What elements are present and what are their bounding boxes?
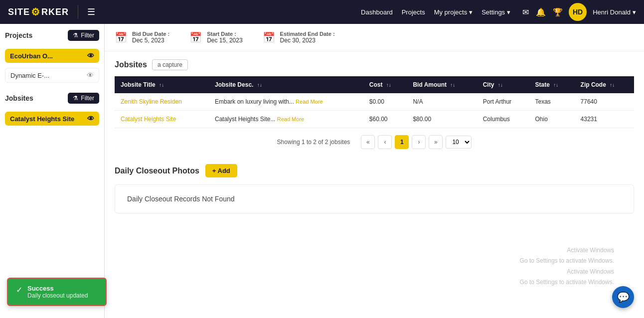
next-page-button[interactable]: › <box>412 135 426 149</box>
calendar-icon: 📅 <box>115 31 127 43</box>
col-header-bid[interactable]: Bid Amount ↑↓ <box>407 76 477 93</box>
city-catalyst: Columbus <box>477 111 529 128</box>
start-date-value: Dec 15, 2023 <box>207 37 242 44</box>
project-name-dynamic: Dynamic E-... <box>10 72 49 79</box>
daily-closeout-empty-card: Daily Closeout Records Not Found <box>115 184 634 213</box>
projects-filter-button[interactable]: ⚗ Filter <box>68 30 99 41</box>
eye-icon[interactable]: 👁 <box>87 115 94 123</box>
jobsite-title-link-zenith[interactable]: Zenith Skyline Residen <box>121 98 182 105</box>
col-header-zip[interactable]: Zip Code ↑↓ <box>575 76 634 93</box>
mail-icon[interactable]: ✉ <box>522 7 529 17</box>
sort-icon: ↑↓ <box>553 82 558 88</box>
dates-bar: 📅 Bid Due Date : Dec 5, 2023 📅 Start Dat… <box>105 24 644 51</box>
trophy-icon[interactable]: 🏆 <box>553 7 563 17</box>
bid-due-label: Bid Due Date : <box>132 31 169 37</box>
last-page-button[interactable]: » <box>429 135 443 149</box>
top-navbar: SITE⚙RKER ☰ Dashboard Projects My projec… <box>0 0 644 24</box>
col-header-title[interactable]: Jobsite Title ↑↓ <box>115 76 209 93</box>
eye-icon[interactable]: 👁 <box>87 71 94 79</box>
add-closeout-button[interactable]: + Add <box>205 164 237 177</box>
end-date-item: 📅 Estimated End Date : Dec 30, 2023 <box>263 31 335 44</box>
table-row: Zenith Skyline Residen Embark on luxury … <box>115 93 634 111</box>
sort-icon: ↑↓ <box>257 82 262 88</box>
sidebar-item-dynamic[interactable]: Dynamic E-... 👁 <box>5 68 99 83</box>
jobsites-section-header: Jobsites ⚗ Filter <box>5 93 99 104</box>
jobsites-section: Jobsites a capture Jobsite Title ↑↓ Jobs… <box>105 51 644 164</box>
sort-icon: ↑↓ <box>159 82 164 88</box>
username-label[interactable]: Henri Donald ▾ <box>593 8 636 16</box>
eye-icon[interactable]: 👁 <box>87 52 94 60</box>
jobsites-filter-button[interactable]: ⚗ Filter <box>68 93 99 104</box>
toast-message: Daily closeout updated <box>27 292 88 299</box>
daily-closeout-empty-text: Daily Closeout Records Not Found <box>127 195 235 203</box>
bid-catalyst: $80.00 <box>407 111 477 128</box>
calendar-icon: 📅 <box>263 31 275 43</box>
toast-title: Success <box>27 285 88 292</box>
cost-catalyst: $60.00 <box>363 111 407 128</box>
prev-page-button[interactable]: ‹ <box>378 135 392 149</box>
jobsite-desc-catalyst: Catalyst Heights Site... <box>215 116 275 123</box>
chat-bubble-button[interactable]: 💬 <box>612 286 634 308</box>
start-date-item: 📅 Start Date : Dec 15, 2023 <box>189 31 242 44</box>
projects-section-title: Projects <box>5 31 32 39</box>
projects-section-header: Projects ⚗ Filter <box>5 30 99 41</box>
first-page-button[interactable]: « <box>361 135 375 149</box>
sidebar-item-catalyst-heights[interactable]: Catalyst Heights Site 👁 <box>5 112 99 126</box>
table-row: Catalyst Heights Site Catalyst Heights S… <box>115 111 634 128</box>
col-header-city[interactable]: City ↑↓ <box>477 76 529 93</box>
jobsite-name-catalyst: Catalyst Heights Site <box>10 115 74 123</box>
zip-zenith: 77640 <box>575 93 634 111</box>
site-logo[interactable]: SITE⚙RKER <box>8 6 69 18</box>
main-content: 📅 Bid Due Date : Dec 5, 2023 📅 Start Dat… <box>105 24 644 318</box>
daily-closeout-section: Daily Closeout Photos + Add Daily Closeo… <box>105 164 644 221</box>
daily-closeout-title: Daily Closeout Photos <box>115 166 199 175</box>
jobsites-section-title: Jobsites <box>115 60 147 69</box>
start-date-label: Start Date : <box>207 31 242 37</box>
chevron-down-icon: ▾ <box>469 8 473 16</box>
nav-my-projects[interactable]: My projects ▾ <box>434 8 473 16</box>
end-date-label: Estimated End Date : <box>280 31 335 37</box>
per-page-select[interactable]: 10 25 50 <box>446 136 472 149</box>
read-more-link[interactable]: Read More <box>277 116 304 122</box>
state-catalyst: Ohio <box>529 111 575 128</box>
city-zenith: Port Arthur <box>477 93 529 111</box>
nav-divider <box>78 5 78 19</box>
logo-gear-icon: ⚙ <box>31 6 40 18</box>
capture-button[interactable]: a capture <box>152 59 188 70</box>
sort-icon: ↑↓ <box>386 82 391 88</box>
check-icon: ✓ <box>16 285 22 295</box>
pagination-info: Showing 1 to 2 of 2 jobsites <box>277 139 350 146</box>
sort-icon: ↑↓ <box>498 82 503 88</box>
zip-catalyst: 43231 <box>575 111 634 128</box>
sidebar: Projects ⚗ Filter EcoUrban O... 👁 Dynami… <box>0 24 105 318</box>
success-toast: ✓ Success Daily closeout updated <box>7 278 107 306</box>
jobsites-title-row: Jobsites a capture <box>115 59 634 70</box>
nav-links: Dashboard Projects My projects ▾ Setting… <box>361 8 510 16</box>
logo-text-site: SITE <box>8 7 30 17</box>
nav-projects[interactable]: Projects <box>402 8 425 16</box>
chevron-down-icon: ▾ <box>633 8 636 16</box>
jobsites-table: Jobsite Title ↑↓ Jobsite Desc. ↑↓ Cost ↑… <box>115 76 634 128</box>
avatar[interactable]: HD <box>569 3 587 21</box>
bid-zenith: N/A <box>407 93 477 111</box>
col-header-desc[interactable]: Jobsite Desc. ↑↓ <box>209 76 363 93</box>
page-1-button[interactable]: 1 <box>395 135 409 149</box>
daily-closeout-header: Daily Closeout Photos + Add <box>115 164 634 177</box>
filter-icon: ⚗ <box>73 32 78 39</box>
nav-settings[interactable]: Settings ▾ <box>482 8 510 16</box>
bid-due-value: Dec 5, 2023 <box>132 37 169 44</box>
chevron-down-icon: ▾ <box>507 8 510 16</box>
col-header-cost[interactable]: Cost ↑↓ <box>363 76 407 93</box>
calendar-icon: 📅 <box>189 31 202 43</box>
notification-icon[interactable]: 🔔 <box>536 7 546 17</box>
cost-zenith: $0.00 <box>363 93 407 111</box>
col-header-state[interactable]: State ↑↓ <box>529 76 575 93</box>
sort-icon: ↑↓ <box>450 82 455 88</box>
sort-icon: ↑↓ <box>610 82 615 88</box>
read-more-link[interactable]: Read More <box>296 99 322 105</box>
project-name-ecourban: EcoUrban O... <box>10 52 53 60</box>
hamburger-menu-icon[interactable]: ☰ <box>87 6 95 17</box>
nav-dashboard[interactable]: Dashboard <box>361 8 393 16</box>
jobsite-title-link-catalyst[interactable]: Catalyst Heights Site <box>121 116 176 123</box>
sidebar-item-ecourban[interactable]: EcoUrban O... 👁 <box>5 49 99 63</box>
